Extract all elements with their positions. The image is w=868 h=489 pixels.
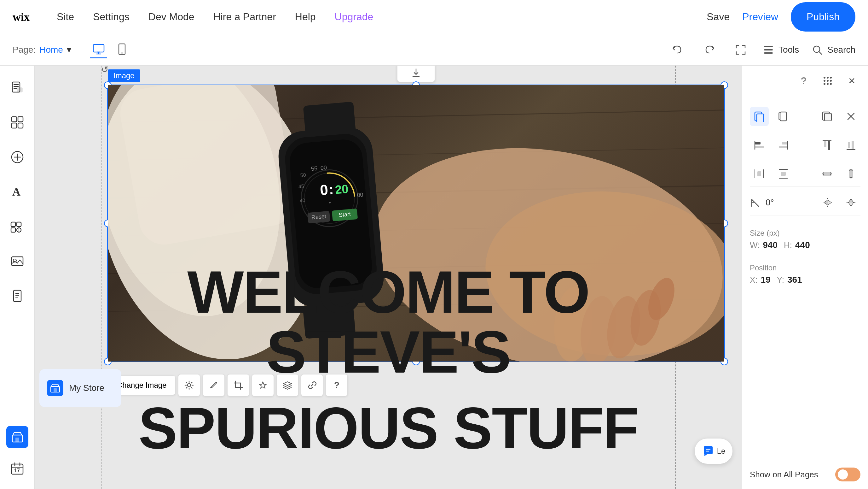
panel-copy-to-button[interactable] — [750, 107, 769, 126]
x-field: X: 19 — [750, 275, 771, 285]
y-label: Y: — [777, 275, 784, 285]
svg-rect-109 — [755, 146, 764, 148]
angle-value: 0° — [766, 198, 774, 208]
panel-actions-right — [817, 107, 861, 126]
width-field: W: 940 — [750, 240, 778, 250]
svg-rect-8 — [764, 49, 773, 51]
nav-hire[interactable]: Hire a Partner — [213, 11, 276, 23]
panel-angle-row: 0° — [750, 190, 861, 215]
svg-text:A: A — [12, 185, 21, 198]
panel-delete-button[interactable] — [841, 107, 861, 126]
publish-button[interactable]: Publish — [791, 2, 856, 32]
fit-screen-button[interactable] — [731, 40, 750, 59]
undo-button[interactable] — [668, 40, 687, 59]
svg-rect-27 — [11, 228, 16, 232]
svg-rect-89 — [54, 389, 57, 392]
panel-match-height-button[interactable] — [841, 164, 861, 183]
panel-help-button[interactable]: ? — [795, 72, 812, 90]
flip-h-button[interactable] — [818, 193, 837, 212]
page-selector[interactable]: Page: Home ▾ — [12, 45, 71, 55]
svg-text:00: 00 — [357, 192, 364, 198]
panel-align-left-button[interactable] — [750, 136, 769, 154]
svg-text:40: 40 — [300, 198, 305, 203]
nav-settings[interactable]: Settings — [93, 11, 129, 23]
height-value[interactable]: 440 — [795, 240, 810, 250]
panel-align-row — [750, 133, 861, 158]
svg-point-97 — [827, 83, 829, 85]
nav-help[interactable]: Help — [295, 11, 316, 23]
panel-size-section: Size (px) W: 940 H: 440 — [750, 224, 861, 250]
tools-button[interactable]: Tools — [763, 44, 799, 56]
flip-v-button[interactable] — [841, 193, 861, 212]
chat-bubble[interactable]: Le — [695, 438, 733, 464]
nav-devmode[interactable]: Dev Mode — [149, 11, 194, 23]
my-store-button[interactable] — [6, 426, 28, 448]
panel-close-button[interactable]: ✕ — [843, 72, 861, 90]
save-button[interactable]: Save — [707, 11, 730, 23]
nav-site[interactable]: Site — [57, 11, 74, 23]
svg-rect-19 — [12, 123, 17, 128]
svg-rect-112 — [779, 146, 787, 148]
page-name-label: Home — [39, 45, 63, 55]
desktop-view-button[interactable] — [90, 41, 107, 58]
panel-align-right-button[interactable] — [774, 136, 793, 154]
panel-distribute-v-button[interactable] — [774, 164, 793, 183]
panel-position-section: Position X: 19 Y: 361 — [750, 258, 861, 285]
my-store-label: My Store — [69, 383, 104, 393]
height-field: H: 440 — [784, 240, 810, 250]
width-value[interactable]: 940 — [763, 240, 778, 250]
panel-valign-bottom-button[interactable] — [841, 136, 861, 154]
canvas-left-boundary — [101, 66, 101, 489]
show-all-pages-toggle[interactable] — [835, 467, 861, 482]
my-store-icon — [47, 380, 63, 396]
svg-rect-81 — [303, 102, 356, 137]
panel-valign-top-button[interactable] — [817, 136, 836, 154]
search-button[interactable]: Search — [812, 44, 856, 56]
panel-grid-button[interactable] — [819, 72, 836, 90]
svg-text:Reset: Reset — [311, 213, 326, 221]
sidebar-icon-text[interactable]: A — [5, 179, 30, 204]
sidebar-icon-pages[interactable] — [5, 75, 30, 100]
sidebar-icon-blog[interactable] — [5, 283, 30, 309]
y-value[interactable]: 361 — [787, 275, 802, 285]
nav-upgrade[interactable]: Upgrade — [335, 11, 373, 23]
svg-text:17: 17 — [14, 468, 20, 473]
svg-text:0: 0 — [319, 181, 329, 198]
svg-point-10 — [813, 46, 820, 52]
panel-distribute-h-button[interactable] — [750, 164, 769, 183]
svg-point-96 — [824, 83, 826, 85]
position-section-label: Position — [750, 263, 861, 272]
panel-distribute-right — [817, 164, 861, 183]
panel-match-width-button[interactable] — [817, 164, 836, 183]
panel-duplicate-button[interactable] — [817, 107, 836, 126]
x-label: X: — [750, 275, 758, 285]
x-value[interactable]: 19 — [761, 275, 771, 285]
nav-right: Save Preview Publish — [707, 2, 856, 32]
size-section-label: Size (px) — [750, 229, 861, 237]
right-panel-body: 0° — [742, 96, 868, 292]
my-store-button-floating[interactable]: My Store — [39, 369, 121, 407]
svg-rect-16 — [17, 88, 22, 92]
svg-rect-101 — [780, 112, 786, 121]
svg-text:50: 50 — [300, 172, 306, 178]
svg-rect-100 — [757, 114, 764, 122]
redo-button[interactable] — [700, 40, 719, 59]
preview-button[interactable]: Preview — [742, 11, 778, 23]
rotate-handle[interactable]: ↺ — [98, 66, 111, 76]
sidebar-icon-media[interactable] — [5, 249, 30, 274]
wix-logo[interactable]: wix — [12, 8, 38, 26]
svg-rect-37 — [16, 438, 19, 442]
download-button[interactable] — [397, 66, 435, 82]
left-sidebar: A — [0, 66, 35, 489]
mobile-view-button[interactable] — [114, 41, 130, 58]
y-field: Y: 361 — [777, 275, 802, 285]
right-panel-header: ? ✕ — [742, 66, 868, 96]
sidebar-icon-add[interactable] — [5, 144, 30, 170]
calendar-button[interactable]: 17 — [6, 457, 28, 480]
svg-rect-118 — [851, 141, 854, 149]
sidebar-icon-elements[interactable] — [5, 110, 30, 135]
sidebar-icon-apps[interactable] — [5, 214, 30, 239]
svg-point-93 — [824, 80, 826, 82]
panel-paste-button[interactable] — [774, 107, 793, 126]
tools-label: Tools — [778, 45, 799, 55]
